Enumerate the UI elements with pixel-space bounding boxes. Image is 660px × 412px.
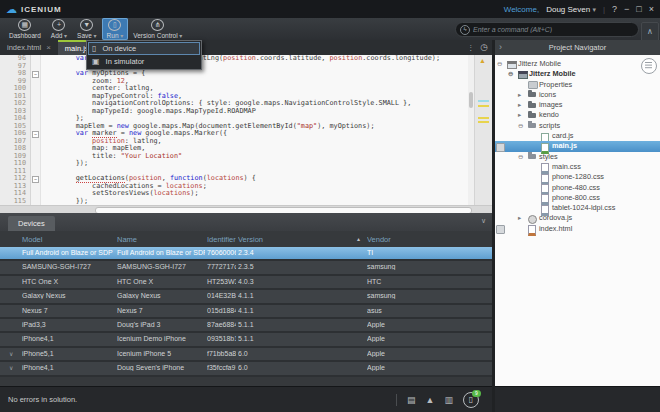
tab-devices[interactable]: Devices [8, 216, 55, 231]
tree-item-phone-800-css[interactable]: phone-800.css [495, 193, 660, 203]
line-number: 98 [0, 70, 31, 78]
tree-item-tablet-1024-ldpi-css[interactable]: tablet-1024-ldpi.css [495, 203, 660, 213]
device-row[interactable]: iPhone4,1Icenium Demo iPhone093518b115.1… [0, 333, 492, 347]
tree-item-icons[interactable]: ▸icons [495, 90, 660, 100]
tree-item-kendo[interactable]: ▸kendo [495, 110, 660, 120]
tab-close-icon[interactable]: × [46, 43, 51, 52]
toolbar-button-run[interactable]: ▯Run ▾ [102, 18, 129, 40]
tree-item-label: scripts [539, 121, 560, 131]
toolbar-button-dashboard[interactable]: ▦Dashboard [4, 18, 46, 40]
errors-list-icon[interactable]: ▤ [407, 393, 416, 407]
annotation-mark[interactable] [478, 121, 489, 123]
tree-item-jitterz-mobile[interactable]: ⊖Jitterz Mobile [495, 59, 660, 69]
code-editor[interactable]: 96 var latlng = new google.maps.LatLng(p… [0, 55, 492, 205]
device-row[interactable]: SAMSUNG-SGH-I727SAMSUNG-SGH-I7277772717c… [0, 261, 492, 275]
device-cell: Icenium Demo iPhone [117, 335, 205, 342]
output-log-icon[interactable]: ▥ [444, 393, 453, 407]
fold-marker-icon[interactable]: − [32, 176, 39, 183]
tree-item-phone-480-css[interactable]: phone-480.css [495, 183, 660, 193]
devices-panel: Devices ∨ ▴ ModelNameIdentifierVersionVe… [0, 213, 492, 386]
device-row[interactable]: ∨iPhone4,1Doug Seven's iPhonef35fccfa976… [0, 362, 492, 376]
device-row[interactable]: iPad3,3Doug's iPad 387ae6884c5.1.1Apple [0, 319, 492, 333]
toolbar-button-version-control[interactable]: ⋔Version Control ▾ [128, 18, 187, 40]
tree-item-scripts[interactable]: ⊖scripts [495, 121, 660, 131]
device-row[interactable]: Nexus 7Nexus 7015d188434.1.1asus [0, 305, 492, 319]
tree-item-card-js[interactable]: card.js [495, 131, 660, 141]
tree-expander-icon[interactable]: ▸ [518, 110, 521, 120]
minimize-button[interactable]: − [624, 4, 629, 14]
toolbar-button-save[interactable]: ▼Save ▾ [72, 18, 102, 40]
fold-marker-icon[interactable]: − [32, 131, 39, 138]
tree-expander-icon[interactable]: ⊖ [508, 69, 513, 79]
tab-overflow-icon[interactable]: ⋮ [467, 44, 474, 52]
annotation-mark[interactable] [478, 117, 489, 119]
maximize-button[interactable]: □ [636, 4, 641, 14]
annotation-mark[interactable] [478, 105, 489, 107]
device-cell: Nexus 7 [117, 307, 205, 314]
fold-marker-icon[interactable]: − [32, 71, 39, 78]
tree-item-styles[interactable]: ⊖styles [495, 152, 660, 162]
tree-item-properties[interactable]: Properties [495, 80, 660, 90]
row-expand-icon[interactable]: ∨ [9, 350, 13, 357]
tree-expander-icon[interactable]: ▸ [518, 100, 521, 110]
device-cell: Galaxy Nexus [117, 292, 205, 299]
device-cell: 6.0 [238, 350, 298, 357]
status-divider [396, 394, 397, 406]
code-line[interactable]: 110 }); [0, 160, 492, 168]
column-header-model[interactable]: Model [22, 235, 114, 244]
vertical-scroll-thumb[interactable] [469, 92, 473, 108]
icenium-cloud-logo-icon: ☁ [6, 4, 17, 14]
column-header-name[interactable]: Name [117, 235, 205, 244]
tree-item-cordova-js[interactable]: ▸cordova.js [495, 213, 660, 223]
connected-devices-button[interactable]: ▯ 9 [463, 392, 479, 408]
device-row[interactable]: Galaxy NexusGalaxy Nexus014E32B0X4.1.1sa… [0, 290, 492, 304]
menu-item-on-device[interactable]: ▯On device [88, 42, 200, 55]
recent-files-icon[interactable]: ◷ [480, 43, 488, 52]
user-menu[interactable]: Doug Seven ▾ [546, 5, 596, 14]
device-cell: iPhone5,1 [22, 350, 114, 357]
device-row[interactable]: HTC One XHTC One XHT253W3X4.0.3HTC [0, 276, 492, 290]
tab-index-html[interactable]: index.html× [0, 40, 58, 55]
menu-item-in-simulator[interactable]: ▣In simulator [88, 55, 200, 68]
column-header-version[interactable]: Version [238, 235, 298, 244]
tree-item-images[interactable]: ▸images [495, 100, 660, 110]
device-cell: asus [367, 307, 482, 314]
tree-item-label: index.html [539, 224, 572, 234]
toolbar-button-add[interactable]: +Add ▾ [46, 18, 72, 40]
device-cell: Apple [367, 364, 482, 371]
tree-item-main-css[interactable]: main.css [495, 162, 660, 172]
panel-collapse-icon[interactable]: › [499, 40, 502, 54]
device-cell: HT253W3X [207, 278, 236, 285]
help-button[interactable]: ? [612, 4, 617, 14]
tree-expander-icon[interactable]: ▸ [518, 213, 521, 223]
column-header-identifier[interactable]: Identifier [207, 235, 236, 244]
command-bar: ϟ [455, 22, 639, 37]
tree-item-index-html[interactable]: index.html [495, 224, 660, 234]
tree-expander-icon[interactable]: ⊖ [518, 121, 523, 131]
command-input[interactable] [473, 26, 638, 33]
row-expand-icon[interactable]: ∨ [9, 364, 13, 371]
tree-item-main-js[interactable]: main.js [495, 141, 660, 151]
status-bar: No errors in solution. ▤ ▲ ▥ ▯ 9 [0, 386, 660, 412]
code-line[interactable]: 96 var latlng = new google.maps.LatLng(p… [0, 55, 492, 63]
device-row[interactable]: ∨iPhone5,1Icenium iPhone 5f71bb5a8e6.0Ap… [0, 348, 492, 362]
tree-expander-icon[interactable]: ⊖ [497, 59, 502, 69]
tree-item-label: phone-1280.css [552, 172, 604, 182]
tree-expander-icon[interactable]: ⊖ [518, 152, 523, 162]
device-cell: 4.0.3 [238, 278, 298, 285]
column-header-vendor[interactable]: Vendor [367, 235, 482, 244]
close-button[interactable]: × [649, 4, 654, 14]
device-cell: 5.1.1 [238, 321, 298, 328]
fold-column [31, 145, 41, 153]
device-row[interactable]: Full Android on Blaze or SDPFull Android… [0, 247, 492, 261]
tree-expander-icon[interactable]: ▸ [518, 90, 521, 100]
tree-item-jitterz-mobile[interactable]: ⊖Jitterz Mobile [495, 69, 660, 79]
panel-menu-button[interactable] [641, 58, 657, 74]
tree-item-phone-1280-css[interactable]: phone-1280.css [495, 172, 660, 182]
code-line[interactable]: 115 }); [0, 198, 492, 206]
devices-panel-chevron-icon[interactable]: ∨ [481, 217, 486, 225]
warnings-icon[interactable]: ▲ [426, 393, 435, 407]
main-toolbar: ▦Dashboard+Add ▾▼Save ▾▯Run ▾⋔Version Co… [0, 18, 660, 41]
annotation-mark[interactable] [478, 100, 489, 102]
phone-icon: ▯ [92, 44, 96, 53]
